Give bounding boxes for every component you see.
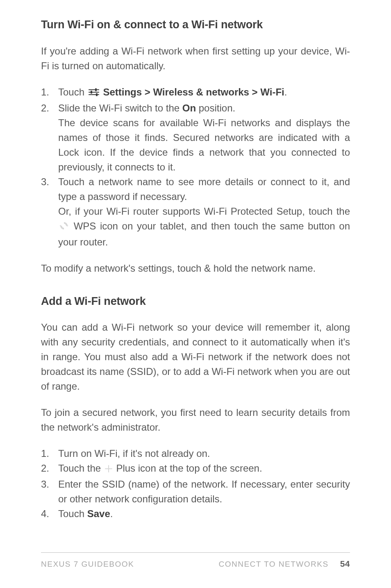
heading-turn-wifi-on: Turn Wi-Fi on & connect to a Wi-Fi netwo… <box>41 16 350 33</box>
list-item: Touch the Plus icon at the top of the sc… <box>41 461 350 477</box>
outro-para-1: To modify a network's settings, touch & … <box>41 261 350 276</box>
settings-sliders-icon <box>88 86 100 101</box>
list-item: Touch Save. <box>41 506 350 521</box>
page-footer: NEXUS 7 GUIDEBOOK CONNECT TO NETWORKS 54 <box>41 557 350 570</box>
intro-para-2a: You can add a Wi-Fi network so your devi… <box>41 320 350 394</box>
step3-text-b1: Or, if your Wi-Fi router supports Wi-Fi … <box>58 206 350 217</box>
footer-book-title: NEXUS 7 GUIDEBOOK <box>41 558 134 570</box>
heading-add-wifi: Add a Wi-Fi network <box>41 293 350 310</box>
wps-rotate-icon <box>59 220 69 235</box>
steps-list-1: Touch Settings > Wireless & networks > W… <box>41 85 350 250</box>
intro-para-1: If you're adding a Wi-Fi network when fi… <box>41 44 350 73</box>
step2b-text-a: Touch the <box>58 463 104 474</box>
step4-text-c: . <box>110 508 113 519</box>
step3-text-a: Touch a network name to see more details… <box>58 175 350 204</box>
list-item: Turn on Wi-Fi, if it's not already on. <box>41 446 350 461</box>
step2b-text-b: Plus icon at the top of the screen. <box>114 463 262 474</box>
step1-text-b: Settings > Wireless & networks > Wi-Fi <box>100 86 284 98</box>
page-number: 54 <box>340 557 350 570</box>
list-item: Touch a network name to see more details… <box>41 175 350 250</box>
list-item: Touch Settings > Wireless & networks > W… <box>41 85 350 101</box>
svg-marker-7 <box>59 225 61 227</box>
svg-rect-5 <box>96 93 98 96</box>
step2-detail: The device scans for available Wi-Fi net… <box>58 116 350 175</box>
step2-text-b: On <box>182 102 196 114</box>
list-item: Slide the Wi-Fi switch to the On positio… <box>41 101 350 175</box>
plus-icon <box>105 462 113 477</box>
svg-marker-6 <box>67 225 68 227</box>
svg-rect-4 <box>91 91 92 93</box>
step4-text-a: Touch <box>58 508 87 519</box>
step2-text-c: position. <box>196 102 235 114</box>
svg-rect-3 <box>95 88 97 91</box>
intro-para-2b: To join a secured network, you first nee… <box>41 405 350 435</box>
list-item: Enter the SSID (name) of the network. If… <box>41 477 350 506</box>
step1-text-a: Touch <box>58 86 87 98</box>
footer-section-title: CONNECT TO NETWORKS <box>219 558 329 570</box>
step3-detail: Or, if your Wi-Fi router supports Wi-Fi … <box>58 204 350 250</box>
footer-divider <box>41 552 350 553</box>
step1-text-c: . <box>284 86 287 98</box>
steps-list-2: Turn on Wi-Fi, if it's not already on. T… <box>41 446 350 521</box>
step3-text-b2: WPS icon on your tablet, and then touch … <box>58 220 350 247</box>
step2-text-a: Slide the Wi-Fi switch to the <box>58 102 182 114</box>
step4-text-b: Save <box>87 508 110 519</box>
